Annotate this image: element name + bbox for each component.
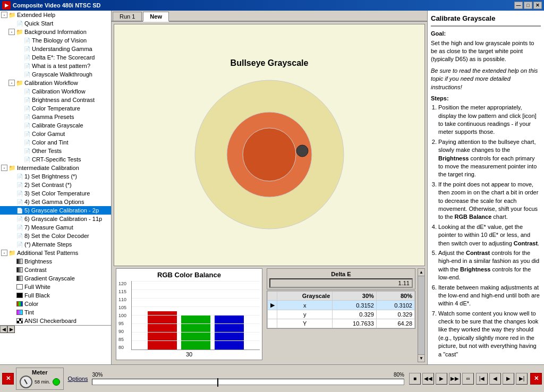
tab-new[interactable]: New — [143, 12, 169, 22]
sidebar-item-gamma-presets[interactable]: 📄Gamma Presets — [0, 113, 111, 121]
row-val2-1: 0.329 — [376, 310, 414, 319]
sidebar-item-set-gamma[interactable]: 📄4) Set Gamma Options — [0, 198, 111, 206]
sidebar-item-grayscale-cal-11p[interactable]: 📄6) Grayscale Calibration - 11p — [0, 215, 111, 223]
sidebar-item-contrast-tp[interactable]: Contrast — [0, 266, 111, 274]
icon-set-color-decoder: 📄 — [16, 232, 23, 240]
progress-left-label: 30% — [92, 372, 103, 378]
sidebar-item-gamma[interactable]: 📄Understanding Gamma — [0, 45, 111, 53]
step-6: Iterate between making adjustments at th… — [438, 284, 541, 308]
y-label-90: 90 — [118, 329, 131, 334]
table-row-2[interactable]: Y10.763364.28 — [268, 319, 415, 328]
close-right-button[interactable]: ✕ — [530, 373, 542, 385]
icon-quick-start: 📄 — [16, 20, 23, 27]
expander-cal-workflow-main[interactable]: - — [8, 80, 15, 86]
maximize-button[interactable]: □ — [524, 2, 532, 9]
rgb-scrollbar[interactable]: ▲ ▼ — [418, 268, 425, 362]
sidebar-item-grayscale-cal-2p[interactable]: 📄5) Grayscale Calibration - 2p — [0, 206, 111, 215]
sidebar-item-crt-tests[interactable]: 📄CRT-Specific Tests — [0, 155, 111, 164]
delta-e-label: Delta E — [269, 271, 413, 277]
icon-contrast-tp — [16, 266, 23, 274]
expander-bg-info[interactable]: - — [8, 29, 15, 35]
sidebar-scroll-right[interactable]: ▶ — [7, 326, 15, 333]
sidebar-item-ansi-checker[interactable]: ANSI Checkerboard — [0, 317, 111, 325]
sidebar-item-color-tint[interactable]: 📄Color and Tint — [0, 138, 111, 147]
loop-button[interactable]: ∞ — [462, 373, 474, 385]
sidebar-item-biology[interactable]: 📄The Biology of Vision — [0, 36, 111, 45]
prev2-button[interactable]: |◀ — [476, 373, 488, 385]
sidebar-item-gradient-gs[interactable]: Gradient Grayscale — [0, 274, 111, 283]
expander-ext-help[interactable]: - — [1, 12, 7, 18]
sidebar-item-test-pattern[interactable]: 📄What is a test pattern? — [0, 62, 111, 70]
data-section: Delta E 1.11 Grayscale — [267, 268, 415, 362]
tab-run1[interactable]: Run 1 — [113, 12, 142, 21]
play-button[interactable]: ▶ — [436, 373, 447, 385]
next2-button[interactable]: ▶| — [516, 373, 528, 385]
label-bright-contrast: Brightness and Contrast — [32, 97, 95, 103]
sidebar-item-measure-gamut[interactable]: 📄7) Measure Gamut — [0, 223, 111, 232]
sidebar-item-inter-cal[interactable]: -📁Intermediate Calibration — [0, 164, 111, 172]
label-grayscale-cal-11p: 6) Grayscale Calibration - 11p — [24, 216, 102, 222]
sidebar-item-delta[interactable]: 📄Delta E*: The Scorecard — [0, 53, 111, 62]
sidebar-item-ext-help[interactable]: -📁Extended Help — [0, 11, 111, 19]
expander-inter-cal[interactable]: - — [1, 165, 7, 171]
sidebar-item-grayscale-walk[interactable]: 📄Grayscale Walkthrough — [0, 70, 111, 79]
options-link[interactable]: Options — [68, 376, 88, 382]
sidebar-item-set-contrast[interactable]: 📄2) Set Contrast (*) — [0, 181, 111, 189]
close-button[interactable]: ✕ — [533, 2, 542, 9]
table-row-1[interactable]: y0.3290.329 — [268, 310, 415, 319]
grid-line-4 — [132, 306, 260, 307]
label-gamma: Understanding Gamma — [32, 46, 92, 52]
label-color-temp: Color Temperature — [32, 105, 80, 112]
icon-grayscale-cal-11p: 📄 — [16, 215, 23, 223]
grid-line-7 — [132, 332, 260, 333]
stop-button[interactable]: ■ — [409, 373, 421, 385]
expander-add-test-patterns[interactable]: - — [1, 250, 7, 256]
table-row-0[interactable]: ▶x0.31520.3102 — [268, 301, 415, 310]
sidebar-item-quick-start[interactable]: 📄Quick Start — [0, 19, 111, 28]
sidebar-item-add-test-patterns[interactable]: -📁Additional Test Patterns — [0, 249, 111, 257]
sidebar-item-set-color-temp[interactable]: 📄3) Set Color Temperature — [0, 189, 111, 198]
sidebar-item-cal-workflow[interactable]: 📄Calibration Workflow — [0, 87, 111, 96]
viz-area: Bullseye Grayscale — [112, 22, 427, 364]
sidebar-item-color-temp[interactable]: 📄Color Temperature — [0, 104, 111, 113]
scrollbar-down[interactable]: ▼ — [418, 354, 424, 362]
sidebar-item-tint-tp[interactable]: Tint — [0, 308, 111, 317]
sidebar-item-color-tp[interactable]: Color — [0, 300, 111, 308]
col-arrow — [268, 292, 277, 301]
sidebar-item-color-gamut[interactable]: 📄Color Gamut — [0, 130, 111, 138]
help-content: Goal: Set the high and low grayscale poi… — [431, 30, 541, 359]
sidebar-item-other-tests[interactable]: 📄Other Tests — [0, 147, 111, 155]
y-axis: 120 115 110 105 100 95 90 85 80 — [118, 281, 131, 350]
row-val2-2: 64.28 — [376, 319, 414, 328]
scrollbar-up[interactable]: ▲ — [418, 269, 424, 276]
sidebar-item-full-black[interactable]: Full Black — [0, 291, 111, 300]
sidebar-scroll-left[interactable]: ◀ — [0, 326, 7, 333]
icon-set-contrast: 📄 — [16, 181, 23, 189]
sidebar-item-alt-steps[interactable]: 📄(*) Alternate Steps — [0, 240, 111, 249]
meter-section: Meter 58 min. — [16, 368, 64, 390]
label-brightness-tp: Brightness — [24, 258, 52, 265]
sidebar-item-cal-workflow-main[interactable]: -📁Calibration Workflow — [0, 79, 111, 87]
next-button[interactable]: ▶▶ — [449, 373, 461, 385]
sidebar-item-bright-contrast[interactable]: 📄Brightness and Contrast — [0, 96, 111, 104]
sidebar-item-cal-grayscale[interactable]: 📄Calibrate Grayscale — [0, 121, 111, 130]
col-80: 80% — [376, 292, 414, 301]
step-2: Paying attention to the bullseye chart, … — [438, 138, 541, 179]
scrollbar-thumb[interactable] — [418, 276, 424, 354]
minimize-button[interactable]: — — [514, 2, 523, 9]
close-left-button[interactable]: ✕ — [2, 373, 14, 385]
icon-ansi-checker — [16, 317, 23, 325]
prev-button[interactable]: ◀◀ — [422, 373, 434, 385]
row-val2-0: 0.3102 — [376, 301, 414, 310]
bottom-bar: ✕ Meter 58 min. Options 30% 80% — [0, 364, 544, 392]
row-arrow-0: ▶ — [268, 301, 277, 310]
sidebar-item-set-bright[interactable]: 📄1) Set Brightness (*) — [0, 172, 111, 181]
sidebar-item-set-color-decoder[interactable]: 📄8) Set the Color Decoder — [0, 232, 111, 240]
step-fwd-button[interactable]: ▶ — [503, 373, 514, 385]
step-back-button[interactable]: ◀ — [489, 373, 501, 385]
sidebar-item-full-white[interactable]: Full White — [0, 283, 111, 291]
y-label-80: 80 — [118, 345, 131, 350]
y-label-115: 115 — [118, 289, 131, 294]
sidebar-item-bg-info[interactable]: -📁Background Information — [0, 28, 111, 36]
sidebar-item-brightness-tp[interactable]: Brightness — [0, 257, 111, 266]
